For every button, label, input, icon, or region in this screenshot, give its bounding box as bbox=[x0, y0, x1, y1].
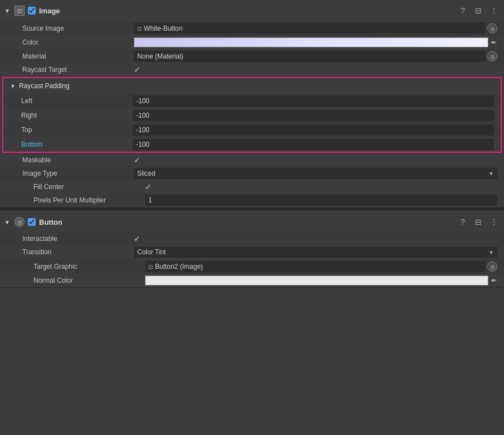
maskable-value: ✓ bbox=[134, 156, 497, 165]
source-image-field-text: White-Button bbox=[144, 25, 182, 32]
color-label: Color bbox=[22, 38, 134, 46]
button-foldout-arrow[interactable]: ▼ bbox=[4, 219, 11, 225]
raycast-padding-header: ▼ Raycast Padding bbox=[3, 78, 501, 94]
raycast-target-value: ✓ bbox=[134, 65, 497, 74]
source-image-field[interactable]: ⊡ White-Button bbox=[134, 23, 485, 34]
button-sliders-icon[interactable]: ⊟ bbox=[473, 216, 484, 228]
target-graphic-row: Target Graphic ⊡ Button2 (Image) ◎ bbox=[0, 259, 504, 274]
target-graphic-field-icon: ⊡ bbox=[148, 264, 153, 270]
padding-bottom-value bbox=[133, 139, 494, 150]
button-more-icon[interactable]: ⋮ bbox=[488, 216, 500, 228]
transition-label: Transition bbox=[22, 248, 134, 256]
normal-color-row: Normal Color ✒ bbox=[0, 274, 504, 287]
raycast-target-checkmark: ✓ bbox=[134, 65, 140, 74]
padding-top-input[interactable] bbox=[133, 124, 494, 136]
padding-right-value bbox=[133, 110, 494, 121]
image-more-icon[interactable]: ⋮ bbox=[488, 5, 500, 16]
color-eyedropper-icon[interactable]: ✒ bbox=[491, 38, 497, 47]
padding-right-row: Right bbox=[3, 108, 501, 123]
image-icon-symbol: ⊡ bbox=[17, 8, 22, 14]
button-component-section: ▼ ◎ Button ? ⊟ ⋮ Interactable ✓ Transiti… bbox=[0, 211, 504, 288]
interactable-checkmark: ✓ bbox=[134, 234, 140, 243]
maskable-label: Maskable bbox=[22, 156, 134, 164]
image-header-icons: ? ⊟ ⋮ bbox=[457, 5, 500, 16]
padding-bottom-row: Bottom bbox=[3, 137, 501, 152]
fill-center-value: ✓ bbox=[145, 182, 497, 191]
source-image-picker-btn[interactable]: ◎ bbox=[487, 23, 497, 33]
target-graphic-value: ⊡ Button2 (Image) ◎ bbox=[145, 261, 497, 272]
padding-top-value bbox=[133, 124, 494, 136]
normal-color-label: Normal Color bbox=[33, 277, 145, 284]
padding-right-input[interactable] bbox=[133, 110, 494, 121]
target-graphic-picker-btn[interactable]: ◎ bbox=[487, 262, 497, 272]
maskable-checkmark: ✓ bbox=[134, 156, 140, 165]
raycast-target-row: Raycast Target ✓ bbox=[0, 64, 504, 76]
transition-row: Transition Color Tint ▼ bbox=[0, 245, 504, 259]
material-value: None (Material) ◎ bbox=[134, 51, 497, 62]
image-type-value: Sliced ▼ bbox=[134, 168, 497, 179]
image-type-dropdown[interactable]: Sliced ▼ bbox=[134, 168, 497, 179]
normal-color-eyedropper-icon[interactable]: ✒ bbox=[491, 276, 497, 285]
target-graphic-label: Target Graphic bbox=[33, 263, 145, 270]
normal-color-value: ✒ bbox=[145, 276, 497, 286]
transition-dropdown-arrow: ▼ bbox=[488, 249, 494, 255]
image-component-title: Image bbox=[39, 7, 454, 15]
image-component-section: ▼ ⊡ Image ? ⊟ ⋮ Source Image ⊡ White-But… bbox=[0, 0, 504, 208]
padding-bottom-label: Bottom bbox=[21, 141, 133, 148]
image-type-row: Image Type Sliced ▼ bbox=[0, 166, 504, 181]
image-type-dropdown-text: Sliced bbox=[137, 170, 156, 177]
button-component-title: Button bbox=[39, 218, 454, 226]
button-help-icon[interactable]: ? bbox=[457, 216, 468, 228]
maskable-row: Maskable ✓ bbox=[0, 154, 504, 166]
interactable-row: Interactable ✓ bbox=[0, 233, 504, 245]
fill-center-checkmark: ✓ bbox=[145, 182, 152, 191]
button-component-header: ▼ ◎ Button ? ⊟ ⋮ bbox=[0, 211, 504, 233]
raycast-target-label: Raycast Target bbox=[22, 66, 134, 74]
pixels-per-unit-value bbox=[145, 195, 497, 206]
image-enable-checkbox[interactable] bbox=[28, 7, 36, 14]
raycast-padding-foldout[interactable]: ▼ bbox=[10, 83, 16, 89]
padding-left-input[interactable] bbox=[133, 95, 494, 107]
source-image-value: ⊡ White-Button ◎ bbox=[134, 23, 497, 34]
interactable-value: ✓ bbox=[134, 234, 497, 243]
button-enable-checkbox[interactable] bbox=[28, 218, 36, 226]
transition-dropdown-text: Color Tint bbox=[137, 248, 166, 256]
padding-left-row: Left bbox=[3, 94, 501, 108]
material-label: Material bbox=[22, 52, 134, 60]
padding-bottom-input[interactable] bbox=[133, 139, 494, 150]
source-image-row: Source Image ⊡ White-Button ◎ bbox=[0, 21, 504, 36]
inspector-panel: ▼ ⊡ Image ? ⊟ ⋮ Source Image ⊡ White-But… bbox=[0, 0, 504, 288]
image-component-header: ▼ ⊡ Image ? ⊟ ⋮ bbox=[0, 0, 504, 21]
image-component-icon: ⊡ bbox=[14, 6, 25, 16]
image-type-label: Image Type bbox=[22, 170, 134, 177]
button-icon-symbol: ◎ bbox=[17, 219, 22, 225]
button-header-icons: ? ⊟ ⋮ bbox=[457, 216, 500, 228]
material-field-text: None (Material) bbox=[137, 52, 183, 60]
raycast-padding-section: ▼ Raycast Padding Left Right Top bbox=[2, 77, 502, 153]
source-image-label: Source Image bbox=[22, 25, 134, 32]
transition-value: Color Tint ▼ bbox=[134, 246, 497, 258]
image-type-dropdown-arrow: ▼ bbox=[488, 171, 494, 177]
material-field[interactable]: None (Material) bbox=[134, 51, 485, 62]
color-value: ✒ bbox=[134, 37, 497, 47]
fill-center-row: Fill Center ✓ bbox=[0, 181, 504, 193]
padding-right-label: Right bbox=[21, 112, 133, 119]
image-help-icon[interactable]: ? bbox=[457, 5, 468, 16]
normal-color-swatch[interactable] bbox=[145, 276, 488, 286]
padding-left-label: Left bbox=[21, 97, 133, 105]
pixels-per-unit-row: Pixels Per Unit Multiplier bbox=[0, 193, 504, 207]
raycast-padding-label: Raycast Padding bbox=[19, 82, 70, 90]
material-picker-btn[interactable]: ◎ bbox=[487, 51, 497, 61]
pixels-per-unit-label: Pixels Per Unit Multiplier bbox=[33, 196, 145, 204]
target-graphic-field[interactable]: ⊡ Button2 (Image) bbox=[145, 261, 485, 272]
pixels-per-unit-input[interactable] bbox=[145, 195, 497, 206]
button-component-icon: ◎ bbox=[14, 217, 25, 227]
padding-top-label: Top bbox=[21, 126, 133, 134]
transition-dropdown[interactable]: Color Tint ▼ bbox=[134, 246, 497, 258]
image-foldout-arrow[interactable]: ▼ bbox=[4, 8, 11, 14]
padding-top-row: Top bbox=[3, 123, 501, 137]
image-sliders-icon[interactable]: ⊟ bbox=[473, 5, 484, 16]
material-row: Material None (Material) ◎ bbox=[0, 49, 504, 64]
interactable-label: Interactable bbox=[22, 235, 134, 243]
color-swatch[interactable] bbox=[134, 37, 488, 47]
